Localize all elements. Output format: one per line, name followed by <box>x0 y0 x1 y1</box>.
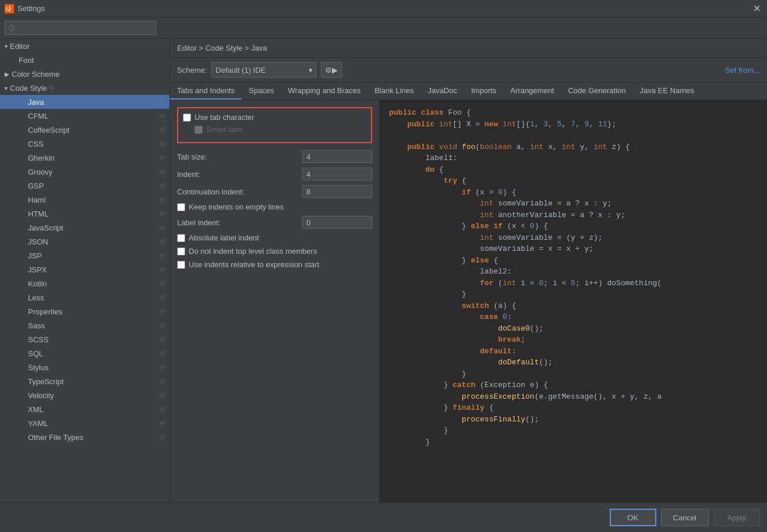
copy-icon-jsp: ⎘ <box>161 252 165 259</box>
code-line: label2: <box>389 266 758 278</box>
use-tab-character-checkbox[interactable] <box>183 114 191 122</box>
sidebar-item-javascript[interactable]: JavaScript ⎘ <box>0 221 169 235</box>
panel-split: Use tab character Smart tabs Tab size: <box>170 100 767 502</box>
code-line: if (x > 0) { <box>389 187 758 198</box>
sidebar-item-less[interactable]: Less ⎘ <box>0 290 169 304</box>
copy-icon-other: ⎘ <box>161 434 165 441</box>
code-line: int anotherVariable = a ? x : y; <box>389 210 758 221</box>
do-not-indent-checkbox[interactable] <box>177 247 185 256</box>
scheme-select[interactable]: Default (1) IDE <box>211 62 316 77</box>
sidebar-item-groovy[interactable]: Groovy ⎘ <box>0 165 169 179</box>
tab-spaces[interactable]: Spaces <box>242 83 281 100</box>
sidebar-item-coffeescript[interactable]: CoffeeScript ⎘ <box>0 123 169 137</box>
settings-panel: Use tab character Smart tabs Tab size: <box>170 100 380 502</box>
search-input[interactable] <box>5 21 156 35</box>
close-button[interactable]: ✕ <box>751 3 762 15</box>
continuation-indent-input[interactable] <box>302 185 372 198</box>
tab-size-input[interactable] <box>302 150 372 163</box>
keep-indents-label: Keep indents on empty lines <box>189 203 284 211</box>
tab-size-label: Tab size: <box>177 152 207 161</box>
sidebar-item-xml[interactable]: XML ⎘ <box>0 402 169 416</box>
sidebar-item-sql[interactable]: SQL ⎘ <box>0 346 169 360</box>
absolute-label-indent-label: Absolute label indent <box>189 233 259 242</box>
expand-icon-code-style: ▾ <box>5 85 8 91</box>
tab-blank-lines[interactable]: Blank Lines <box>367 83 420 100</box>
sidebar-item-jsp[interactable]: JSP ⎘ <box>0 249 169 263</box>
ok-button[interactable]: OK <box>610 509 656 526</box>
sidebar-item-font[interactable]: Font <box>0 53 169 67</box>
code-line: } catch (Exception e) { <box>389 380 758 391</box>
continuation-indent-row: Continuation indent: <box>177 185 372 198</box>
do-not-indent-row: Do not indent top level class members <box>177 247 372 256</box>
sidebar-item-gherkin[interactable]: Gherkin ⎘ <box>0 151 169 165</box>
copy-icon-scss: ⎘ <box>161 336 165 343</box>
copy-icon-coffeescript: ⎘ <box>161 126 165 133</box>
sidebar-item-editor[interactable]: ▾ Editor <box>0 39 169 53</box>
sidebar-item-html[interactable]: HTML ⎘ <box>0 207 169 221</box>
code-line: break; <box>389 334 758 346</box>
sidebar-item-other-file-types[interactable]: Other File Types ⎘ <box>0 430 169 444</box>
sidebar-item-haml[interactable]: Haml ⎘ <box>0 193 169 207</box>
copy-icon-json: ⎘ <box>161 238 165 245</box>
absolute-label-indent-row: Absolute label indent <box>177 233 372 242</box>
smart-tabs-checkbox[interactable] <box>195 126 203 134</box>
apply-button[interactable]: Apply <box>713 509 760 526</box>
expand-icon-color: ▶ <box>5 71 9 77</box>
sidebar-item-code-style[interactable]: ▾ Code Style ⎘ <box>0 81 169 95</box>
sidebar-item-jspx[interactable]: JSPX ⎘ <box>0 263 169 276</box>
sidebar-item-sass[interactable]: Sass ⎘ <box>0 318 169 332</box>
code-line: processException(e.getMessage(), x + y, … <box>389 391 758 403</box>
use-indents-relative-label: Use indents relative to expression start <box>189 260 319 269</box>
sidebar-item-cfml[interactable]: CFML ⎘ <box>0 109 169 123</box>
highlight-box: Use tab character Smart tabs <box>177 107 372 143</box>
tab-wrapping-and-braces[interactable]: Wrapping and Braces <box>281 83 367 100</box>
code-line: doCase0(); <box>389 323 758 335</box>
use-indents-relative-row: Use indents relative to expression start <box>177 260 372 269</box>
do-not-indent-label: Do not indent top level class members <box>189 247 317 256</box>
tab-imports[interactable]: Imports <box>464 83 503 100</box>
set-from-link[interactable]: Set from... <box>725 66 760 75</box>
absolute-label-indent-checkbox[interactable] <box>177 234 185 242</box>
copy-icon-sass: ⎘ <box>161 322 165 329</box>
tab-tabs-and-indents[interactable]: Tabs and Indents <box>170 83 242 100</box>
search-bar <box>0 17 767 39</box>
sidebar-item-css[interactable]: CSS ⎘ <box>0 137 169 151</box>
sidebar-item-yaml[interactable]: YAML ⎘ <box>0 416 169 430</box>
tab-arrangement[interactable]: Arrangement <box>503 83 561 100</box>
label-indent-input[interactable] <box>302 216 372 229</box>
copy-icon-javascript: ⎘ <box>161 224 165 231</box>
use-tab-character-row: Use tab character <box>183 113 366 122</box>
code-line: public void foo(boolean a, int x, int y,… <box>389 141 758 153</box>
sidebar-item-json[interactable]: JSON ⎘ <box>0 235 169 249</box>
sidebar-item-properties[interactable]: Properties ⎘ <box>0 304 169 318</box>
code-line: label1: <box>389 152 758 164</box>
tab-code-generation[interactable]: Code Generation <box>561 83 632 100</box>
copy-icon-java: ⎘ <box>161 98 165 105</box>
sidebar-item-kotlin[interactable]: Kotlin ⎘ <box>0 276 169 290</box>
sidebar-item-java[interactable]: Java ⎘ <box>0 95 169 109</box>
scheme-label: Scheme: <box>177 66 207 75</box>
sidebar-item-color-scheme[interactable]: ▶ Color Scheme <box>0 67 169 81</box>
copy-icon-velocity: ⎘ <box>161 392 165 399</box>
indent-input[interactable] <box>302 168 372 180</box>
sidebar-item-typescript[interactable]: TypeScript ⎘ <box>0 374 169 388</box>
dialog-content: ▾ Editor Font ▶ Color Scheme ▾ Code Styl… <box>0 17 767 532</box>
keep-indents-checkbox[interactable] <box>177 203 185 211</box>
tab-java-ee-names[interactable]: Java EE Names <box>633 83 701 100</box>
code-line: default: <box>389 346 758 357</box>
sidebar-item-scss[interactable]: SCSS ⎘ <box>0 332 169 346</box>
sidebar-item-stylus[interactable]: Stylus ⎘ <box>0 360 169 374</box>
copy-icon-gherkin: ⎘ <box>161 154 165 161</box>
sidebar-item-velocity[interactable]: Velocity ⎘ <box>0 388 169 402</box>
copy-icon-cfml: ⎘ <box>161 112 165 119</box>
tab-javadoc[interactable]: JavaDoc <box>420 83 464 100</box>
code-line: } else { <box>389 255 758 267</box>
code-line: someVariable = x = x + y; <box>389 243 758 255</box>
app-icon: IJ <box>5 4 14 13</box>
sidebar-item-gsp[interactable]: GSP ⎘ <box>0 179 169 193</box>
code-line: public class Foo { <box>389 107 758 119</box>
keep-indents-row: Keep indents on empty lines <box>177 203 372 211</box>
use-indents-relative-checkbox[interactable] <box>177 261 185 269</box>
cancel-button[interactable]: Cancel <box>661 509 709 526</box>
scheme-gear-button[interactable]: ⚙▶ <box>321 62 342 77</box>
